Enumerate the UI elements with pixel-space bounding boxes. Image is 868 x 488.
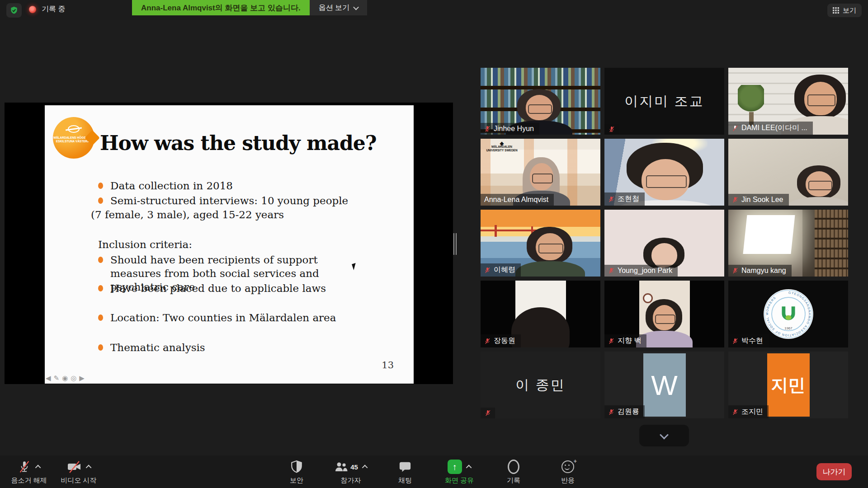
muted-mic-icon <box>484 126 491 132</box>
participant-tile[interactable]: Jinhee Hyun <box>481 68 600 135</box>
participant-count: 45 <box>350 463 358 471</box>
share-screen-icon: ↑ <box>448 460 462 474</box>
participants-gallery: Jinhee Hyun 이지미 조교 DAMI LEE(이다미 ... <box>481 68 848 418</box>
security-shield-icon <box>291 460 302 473</box>
malardalen-logo-glyph <box>68 125 80 133</box>
muted-mic-icon <box>732 267 738 274</box>
green-shield-icon <box>9 6 19 15</box>
participant-name-label: 박수현 <box>728 334 769 347</box>
view-options-label: 옵션 보기 <box>319 3 349 13</box>
bullet-item: Location: Two counties in Mälardalen are… <box>98 311 336 324</box>
bullet-item: Semi-structured interviews: 10 young peo… <box>98 194 348 207</box>
logo-text-line1: MÄLARDALENS HÖGSKOLA <box>53 136 94 140</box>
participants-label: 참가자 <box>341 476 361 485</box>
malardalen-logo: MÄLARDALENS HÖGSKOLA ESKILSTUNA VÄSTERÅS <box>53 117 94 159</box>
bullet-item: Have been placed due to applicable laws <box>98 282 326 295</box>
security-label: 보안 <box>290 476 303 485</box>
previous-slide-icon[interactable]: ◀ <box>46 374 51 382</box>
participant-tile[interactable]: 조현철 <box>604 139 724 206</box>
unmute-button[interactable]: 음소거 해제 <box>9 458 49 485</box>
muted-mic-badge <box>604 124 619 135</box>
leave-meeting-button[interactable]: 나가기 <box>816 463 852 480</box>
section-header: Inclusion criteria: <box>98 239 192 250</box>
view-button[interactable]: 보기 <box>827 4 862 17</box>
ceiling-light <box>743 215 795 254</box>
chevron-down-icon <box>660 431 669 440</box>
view-options-button[interactable]: 옵션 보기 <box>310 0 367 15</box>
participant-tile[interactable]: 이혜령 <box>481 210 600 277</box>
next-slide-icon[interactable]: ▶ <box>79 374 85 382</box>
participant-name-label: DAMI LEE(이다미 ... <box>728 122 813 135</box>
encryption-shield-button[interactable] <box>6 3 22 18</box>
participant-tile[interactable]: 이 종민 <box>481 352 600 418</box>
mic-options-caret[interactable] <box>35 465 41 470</box>
participant-tile[interactable]: 지향 백 <box>604 281 724 347</box>
record-button[interactable]: 기록 <box>494 458 533 485</box>
logo-year: 1967 <box>784 326 792 330</box>
participant-avatar: 지민 <box>767 353 810 417</box>
muted-mic-icon <box>608 196 614 202</box>
slide-title: How was the study made? <box>100 131 377 155</box>
security-button[interactable]: 보안 <box>277 458 316 485</box>
participant-tile[interactable]: GYEONGSANGNAMDO ASSOCIATION OF SOCIAL WO… <box>728 281 848 347</box>
participant-name-label: 지향 백 <box>604 334 646 347</box>
muted-mic-icon <box>608 409 614 415</box>
participant-name-label: 장동원 <box>481 334 521 347</box>
recording-label: 기록 중 <box>42 5 65 14</box>
bullet-dot <box>98 257 103 263</box>
video-options-caret[interactable] <box>85 465 91 470</box>
gallery-next-page-button[interactable] <box>639 425 689 446</box>
screen-view-banner-group: Anna-Lena Almqvist의 화면을 보고 있습니다. 옵션 보기 <box>132 0 367 15</box>
participants-button[interactable]: 45 참가자 <box>331 458 371 485</box>
unmute-label: 음소거 해제 <box>11 476 47 485</box>
chat-label: 채팅 <box>398 476 412 485</box>
start-video-button[interactable]: 비디오 시작 <box>59 458 99 485</box>
grid-view-icon <box>833 7 839 14</box>
participant-name-label: Jinhee Hyun <box>481 123 539 135</box>
participant-tile[interactable]: Young_joon Park <box>604 210 724 277</box>
view-button-label: 보기 <box>843 6 856 15</box>
participant-tile[interactable]: 이지미 조교 <box>604 68 724 135</box>
laser-pointer-icon[interactable]: ◉ <box>62 374 68 382</box>
participant-name-label: 이혜령 <box>481 263 521 277</box>
bookshelf-background <box>815 210 848 277</box>
reactions-button[interactable]: + 반응 <box>548 458 588 485</box>
share-options-caret[interactable] <box>466 465 472 470</box>
start-video-label: 비디오 시작 <box>61 476 96 485</box>
muted-mic-icon <box>608 267 614 274</box>
muted-mic-icon <box>485 410 491 416</box>
more-tools-icon[interactable]: ◎ <box>71 374 76 382</box>
muted-mic-icon <box>608 338 614 344</box>
participant-name-label: Anna-Lena Almqvist <box>481 194 554 206</box>
presentation-slide: MÄLARDALENS HÖGSKOLA ESKILSTUNA VÄSTERÅS… <box>45 105 414 384</box>
participant-tile[interactable]: Jin Sook Lee <box>728 139 848 206</box>
participant-tile[interactable]: DAMI LEE(이다미 ... <box>728 68 848 135</box>
participant-tile[interactable]: W 김원룡 <box>604 352 724 418</box>
chat-button[interactable]: 채팅 <box>385 458 425 485</box>
participant-name-label: Young_joon Park <box>604 265 678 277</box>
bullet-dot <box>98 183 103 189</box>
bullet-continuation: (7 female, 3 male), aged 15-22 years <box>91 209 284 221</box>
participant-tile[interactable]: 지민 조지민 <box>728 352 848 418</box>
participant-name-label: Jin Sook Lee <box>728 194 789 206</box>
share-screen-button[interactable]: ↑ 화면 공유 <box>439 458 479 485</box>
pen-annotate-icon[interactable]: ✎ <box>54 374 60 382</box>
muted-mic-icon <box>18 460 31 474</box>
shared-screen-area: MÄLARDALENS HÖGSKOLA ESKILSTUNA VÄSTERÅS… <box>5 103 453 384</box>
top-bar: 기록 중 Anna-Lena Almqvist의 화면을 보고 있습니다. 옵션… <box>0 0 868 20</box>
recording-indicator: 기록 중 <box>29 5 65 14</box>
participant-tile[interactable]: 장동원 <box>481 281 600 347</box>
participant-name-label: 조현철 <box>604 192 645 206</box>
participant-name-label: 김원룡 <box>604 405 645 418</box>
reactions-label: 반응 <box>561 476 575 485</box>
bullet-dot <box>98 285 103 291</box>
participant-tile[interactable]: Namgyu kang <box>728 210 848 277</box>
panel-resize-handle[interactable] <box>453 233 458 255</box>
university-logo-overlay: MÄLARDALEN UNIVERSITY SWEDEN <box>484 141 519 152</box>
record-icon <box>508 460 519 474</box>
participant-name-label: Namgyu kang <box>728 265 792 277</box>
plant-decor <box>738 85 764 114</box>
participant-tile-active-speaker[interactable]: MÄLARDALEN UNIVERSITY SWEDEN Anna-Lena A… <box>481 139 600 206</box>
participants-caret[interactable] <box>362 465 368 470</box>
viewing-screen-banner: Anna-Lena Almqvist의 화면을 보고 있습니다. <box>132 0 310 15</box>
